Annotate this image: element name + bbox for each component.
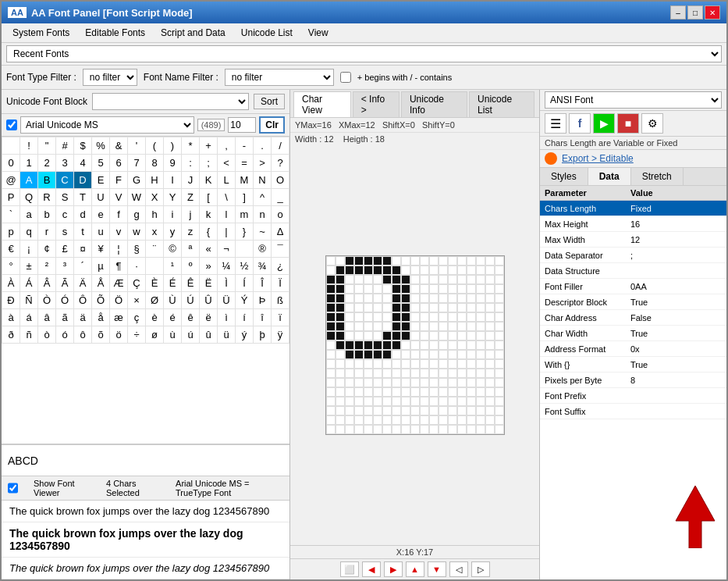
- char-cell[interactable]: ;: [200, 155, 218, 172]
- pixel-cell[interactable]: [495, 378, 504, 387]
- pixel-cell[interactable]: [495, 369, 504, 378]
- char-cell[interactable]: ¬: [218, 241, 236, 258]
- pixel-cell[interactable]: [373, 284, 382, 294]
- menu-editable-fonts[interactable]: Editable Fonts: [77, 25, 153, 41]
- pixel-cell[interactable]: [401, 415, 410, 425]
- char-cell[interactable]: ä: [74, 309, 92, 326]
- pixel-cell[interactable]: [401, 340, 410, 350]
- char-cell[interactable]: (: [146, 137, 164, 155]
- pixel-cell[interactable]: [336, 415, 345, 425]
- pixel-cell[interactable]: [410, 256, 420, 266]
- pixel-cell[interactable]: [364, 369, 373, 378]
- char-cell[interactable]: ®: [254, 241, 272, 258]
- char-cell[interactable]: 9: [164, 155, 182, 172]
- pixel-cell[interactable]: [448, 350, 457, 359]
- char-cell[interactable]: <: [218, 155, 236, 172]
- pixel-cell[interactable]: [476, 425, 485, 434]
- pixel-cell[interactable]: [467, 340, 476, 350]
- pixel-cell[interactable]: [336, 266, 345, 275]
- tab-unicode-info[interactable]: Unicode Info: [401, 91, 467, 117]
- char-cell[interactable]: Z: [182, 189, 200, 206]
- left2-btn[interactable]: ◁: [449, 561, 468, 577]
- char-cell[interactable]: á: [20, 309, 38, 326]
- char-cell[interactable]: [: [200, 189, 218, 206]
- clr-button[interactable]: Clr: [259, 116, 285, 134]
- pixel-cell[interactable]: [467, 331, 476, 340]
- char-cell[interactable]: Ã: [56, 275, 74, 292]
- pixel-cell[interactable]: [401, 378, 410, 387]
- char-cell[interactable]: ¿: [272, 258, 289, 275]
- pixel-cell[interactable]: [336, 425, 345, 434]
- char-cell[interactable]: J: [182, 172, 200, 189]
- char-cell[interactable]: Ú: [182, 292, 200, 309]
- pixel-cell[interactable]: [448, 266, 457, 275]
- right2-btn[interactable]: ▷: [471, 561, 490, 577]
- pixel-cell[interactable]: [364, 275, 373, 284]
- pixel-cell[interactable]: [336, 256, 345, 266]
- char-cell[interactable]: ö: [110, 326, 128, 344]
- pixel-cell[interactable]: [354, 312, 364, 322]
- pixel-cell[interactable]: [467, 387, 476, 397]
- pixel-cell[interactable]: [457, 406, 467, 415]
- char-cell[interactable]: õ: [92, 326, 110, 344]
- pixel-cell[interactable]: [354, 294, 364, 303]
- char-cell[interactable]: ,: [218, 137, 236, 155]
- pixel-cell[interactable]: [354, 340, 364, 350]
- pixel-cell[interactable]: [485, 359, 495, 369]
- char-cell[interactable]: ¼: [218, 258, 236, 275]
- char-cell[interactable]: Q: [20, 189, 38, 206]
- play-icon-btn[interactable]: ▶: [593, 113, 615, 134]
- pixel-cell[interactable]: [485, 284, 495, 294]
- font-type-filter-select[interactable]: no filter: [83, 69, 137, 86]
- char-cell[interactable]: %: [92, 137, 110, 155]
- char-cell[interactable]: ý: [236, 326, 254, 344]
- pixel-cell[interactable]: [429, 369, 439, 378]
- pixel-cell[interactable]: [495, 303, 504, 312]
- pixel-cell[interactable]: [354, 397, 364, 406]
- pixel-cell[interactable]: [373, 397, 382, 406]
- char-cell[interactable]: «: [200, 241, 218, 258]
- pixel-cell[interactable]: [410, 406, 420, 415]
- char-cell[interactable]: É: [164, 275, 182, 292]
- pixel-cell[interactable]: [382, 359, 392, 369]
- pixel-cell[interactable]: [392, 359, 401, 369]
- pixel-cell[interactable]: [345, 378, 354, 387]
- pixel-cell[interactable]: [457, 266, 467, 275]
- pixel-cell[interactable]: [336, 312, 345, 322]
- char-cell[interactable]: _: [272, 189, 289, 206]
- down-btn[interactable]: ▼: [428, 561, 446, 577]
- pixel-cell[interactable]: [476, 415, 485, 425]
- char-cell[interactable]: è: [146, 309, 164, 326]
- pixel-cell[interactable]: [429, 266, 439, 275]
- char-cell[interactable]: n: [254, 206, 272, 223]
- char-cell[interactable]: a: [20, 206, 38, 223]
- pixel-cell[interactable]: [495, 397, 504, 406]
- char-cell[interactable]: #: [56, 137, 74, 155]
- pixel-cell[interactable]: [439, 406, 448, 415]
- char-cell[interactable]: ú: [182, 326, 200, 344]
- pixel-cell[interactable]: [448, 256, 457, 266]
- char-cell[interactable]: Â: [38, 275, 56, 292]
- char-cell[interactable]: 0: [2, 155, 20, 172]
- pixel-cell[interactable]: [336, 331, 345, 340]
- pixel-cell[interactable]: [448, 387, 457, 397]
- pixel-cell[interactable]: [336, 397, 345, 406]
- pixel-cell[interactable]: [354, 322, 364, 331]
- char-cell[interactable]: R: [38, 189, 56, 206]
- char-cell[interactable]: »: [200, 258, 218, 275]
- char-cell[interactable]: ~: [254, 223, 272, 241]
- pixel-cell[interactable]: [401, 312, 410, 322]
- pixel-cell[interactable]: [382, 340, 392, 350]
- font-name-select[interactable]: Arial Unicode MS: [20, 116, 194, 134]
- pixel-cell[interactable]: [448, 275, 457, 284]
- char-cell[interactable]: *: [182, 137, 200, 155]
- pixel-cell[interactable]: [420, 322, 429, 331]
- char-cell[interactable]: {: [200, 223, 218, 241]
- tab-char-view[interactable]: Char View: [293, 91, 351, 117]
- char-cell[interactable]: +: [200, 137, 218, 155]
- char-cell[interactable]: m: [236, 206, 254, 223]
- pixel-cell[interactable]: [401, 322, 410, 331]
- char-cell[interactable]: r: [38, 223, 56, 241]
- pixel-cell[interactable]: [410, 303, 420, 312]
- pixel-cell[interactable]: [420, 303, 429, 312]
